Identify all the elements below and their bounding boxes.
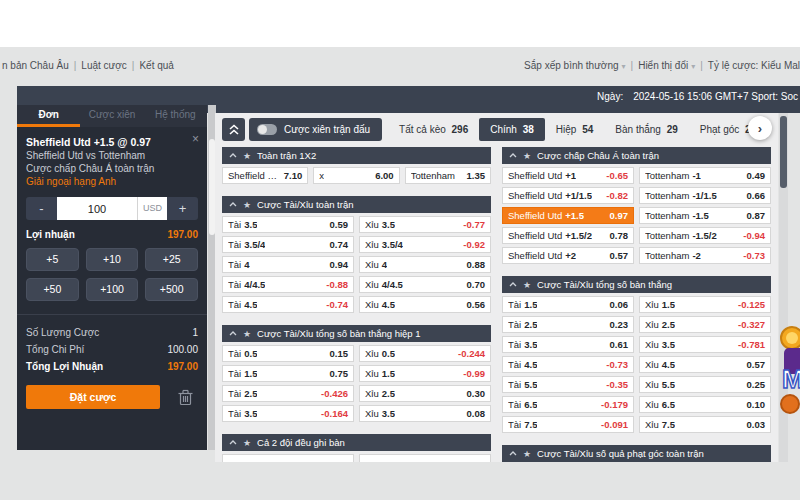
odds-cell[interactable]: Tài2.5-0.426 xyxy=(222,385,354,402)
odds-row: Tài2.50.23Xỉu2.5-0.327 xyxy=(502,316,771,333)
odds-cell[interactable]: Xỉu1.5-0.99 xyxy=(359,365,491,382)
odds-cell[interactable]: Tài0.50.15 xyxy=(222,345,354,362)
selection-label: Xỉu4.5 xyxy=(645,359,675,370)
odds-cell[interactable]: Tài6.5-0.179 xyxy=(502,396,634,413)
quick-stake-button[interactable]: +10 xyxy=(86,248,139,271)
next-tabs-button[interactable]: › xyxy=(748,116,772,140)
odds-cell[interactable]: Xỉu2.50.30 xyxy=(359,385,491,402)
odds-cell[interactable]: Tài3.50.59 xyxy=(222,216,354,233)
odds-cell[interactable]: Xỉu0.5-0.244 xyxy=(359,345,491,362)
odds-cell[interactable]: Tài3.5-0.164 xyxy=(222,405,354,422)
odds-cell[interactable]: Tài4.5-0.74 xyxy=(222,296,354,313)
betslip-tab-cược-xiên[interactable]: Cược xiên xyxy=(80,105,143,127)
top-nav-link[interactable]: Tỷ lệ cược: Kiểu Mal xyxy=(708,60,800,71)
odds-cell[interactable]: Xỉu40.88 xyxy=(359,256,491,273)
market-tab-chính[interactable]: Chính 38 xyxy=(479,118,545,141)
odds-cell[interactable]: Sheffield Utd+20.57 xyxy=(502,247,634,264)
odds-cell[interactable]: Sheffield Utd+1.50.97 xyxy=(502,207,634,224)
chevron-up-icon xyxy=(509,153,517,158)
market-header[interactable]: ★Cược Tài/Xỉu tổng số bàn thắng xyxy=(502,276,771,293)
odds-cell[interactable]: Sheffield Utd+1.5/20.78 xyxy=(502,227,634,244)
odds-row: Tài40.94Xỉu40.88 xyxy=(222,256,491,273)
odds-cell[interactable]: Tài3.5/40.74 xyxy=(222,236,354,253)
chevron-down-icon: ▾ xyxy=(691,62,695,71)
odds-cell[interactable]: Tottenham-1.50.87 xyxy=(639,207,771,224)
odds-cell[interactable]: Tài3.50.61 xyxy=(502,336,634,353)
market-tab-bàn-thắng[interactable]: Bàn thắng 29 xyxy=(604,118,689,141)
quick-stake-button[interactable]: +25 xyxy=(145,248,198,271)
odds-cell[interactable]: Tài1.50.75 xyxy=(222,365,354,382)
market-tab-hiệp[interactable]: Hiệp 54 xyxy=(545,118,604,141)
odds-cell[interactable]: Xỉu6.50.10 xyxy=(639,396,771,413)
odds-cell[interactable]: Xỉu3.5/4-0.92 xyxy=(359,236,491,253)
market-header[interactable]: ★Cược chấp Châu Á toàn trận xyxy=(502,147,771,164)
odds-cell[interactable]: Xỉu3.5-0.781 xyxy=(639,336,771,353)
odds-cell[interactable]: Tottenham-10.49 xyxy=(639,167,771,184)
stake-decrease-button[interactable]: - xyxy=(26,197,57,220)
market-header[interactable]: ★Toàn trận 1X2 xyxy=(222,147,491,164)
odds-cell[interactable]: Xỉu4.50.56 xyxy=(359,296,491,313)
top-nav: n bản Châu Âu|Luật cược|Kết quả Sắp xếp … xyxy=(0,47,800,77)
market-header[interactable]: ★Cả 2 đội đều ghi bàn xyxy=(222,434,491,451)
stake-increase-button[interactable]: + xyxy=(167,197,198,220)
odds-row: Sheffield Utd+20.57Tottenham-2-0.73 xyxy=(502,247,771,264)
odds-cell[interactable]: Tài4.5-0.73 xyxy=(502,356,634,373)
odds-cell[interactable] xyxy=(359,454,491,462)
markets-panel: Cược xiên trận đấu Tất cả kèo 296Chính 3… xyxy=(215,113,778,462)
stake-input[interactable] xyxy=(57,197,137,220)
odds-cell[interactable]: Tottenham-1.5/2-0.94 xyxy=(639,227,771,244)
trash-icon[interactable] xyxy=(178,389,193,406)
odds-cell[interactable]: Tài1.50.06 xyxy=(502,296,634,313)
top-nav-link[interactable]: n bản Châu Âu xyxy=(2,60,69,71)
odds-cell[interactable]: Sheffield Utd+1-0.65 xyxy=(502,167,634,184)
quick-stake-button[interactable]: +50 xyxy=(26,278,79,301)
parlay-toggle[interactable]: Cược xiên trận đấu xyxy=(249,118,382,141)
odds-cell[interactable]: x6.00 xyxy=(313,167,399,184)
odds-cell[interactable]: Tài5.5-0.35 xyxy=(502,376,634,393)
top-nav-link[interactable]: Sắp xếp bình thường xyxy=(524,60,618,71)
odds-cell[interactable]: Xỉu3.5-0.77 xyxy=(359,216,491,233)
place-bet-button[interactable]: Đặt cược xyxy=(26,385,160,409)
betslip-tab-hệ-thống[interactable]: Hệ thống xyxy=(144,105,207,127)
odds-value: -0.65 xyxy=(606,170,628,181)
markets-scrollbar-thumb[interactable] xyxy=(780,116,787,188)
market-title: Toàn trận 1X2 xyxy=(257,150,316,161)
odds-cell[interactable]: Sheffield U...7.10 xyxy=(222,167,308,184)
odds-cell[interactable]: Tottenham-1/1.50.66 xyxy=(639,187,771,204)
odds-cell[interactable]: Xỉu1.5-0.125 xyxy=(639,296,771,313)
top-nav-link[interactable]: Hiển thị đổi xyxy=(638,60,688,71)
toggle-switch-icon[interactable] xyxy=(257,124,277,135)
odds-row: Tài5.5-0.35Xỉu5.50.25 xyxy=(502,376,771,393)
odds-cell[interactable]: Xỉu2.5-0.327 xyxy=(639,316,771,333)
odds-cell[interactable]: Tottenham-2-0.73 xyxy=(639,247,771,264)
betslip-tab-đơn[interactable]: Đơn xyxy=(17,105,80,127)
odds-row: Tài3.5/40.74Xỉu3.5/4-0.92 xyxy=(222,236,491,253)
odds-cell[interactable]: Sheffield Utd+1/1.5-0.82 xyxy=(502,187,634,204)
odds-cell[interactable]: Tài40.94 xyxy=(222,256,354,273)
chevron-up-icon xyxy=(229,153,237,158)
quick-stake-button[interactable]: +500 xyxy=(145,278,198,301)
odds-cell[interactable]: Xỉu5.50.25 xyxy=(639,376,771,393)
top-nav-link[interactable]: Luật cược xyxy=(81,60,127,71)
odds-cell[interactable]: Tài4/4.5-0.88 xyxy=(222,276,354,293)
selection-label: Sheffield Utd+1/1.5 xyxy=(508,190,592,201)
odds-cell[interactable]: Xỉu3.50.08 xyxy=(359,405,491,422)
remove-bet-icon[interactable]: × xyxy=(192,133,199,145)
odds-cell[interactable]: Xỉu7.50.03 xyxy=(639,416,771,433)
odds-cell[interactable]: Tài7.5-0.091 xyxy=(502,416,634,433)
collapse-all-button[interactable] xyxy=(222,118,245,141)
odds-value: -0.88 xyxy=(326,279,348,290)
odds-cell[interactable] xyxy=(222,454,354,462)
market-tab-tất-cả-kèo[interactable]: Tất cả kèo 296 xyxy=(388,118,479,141)
market-header[interactable]: ★Cược Tài/Xỉu số quả phạt góc toàn trận xyxy=(502,445,771,462)
market-header[interactable]: ★Cược Tài/Xỉu toàn trận xyxy=(222,196,491,213)
odds-cell[interactable]: Tài2.50.23 xyxy=(502,316,634,333)
odds-cell[interactable]: Xỉu4.50.57 xyxy=(639,356,771,373)
top-nav-link[interactable]: Kết quả xyxy=(139,60,173,71)
quick-stake-button[interactable]: +100 xyxy=(86,278,139,301)
odds-cell[interactable]: Xỉu4/4.50.70 xyxy=(359,276,491,293)
market-header[interactable]: ★Cược Tài/Xỉu tổng số bàn thắng hiệp 1 xyxy=(222,325,491,342)
quick-stake-button[interactable]: +5 xyxy=(26,248,79,271)
odds-cell[interactable]: Tottenham1.35 xyxy=(405,167,491,184)
double-chevron-up-icon xyxy=(229,124,239,135)
